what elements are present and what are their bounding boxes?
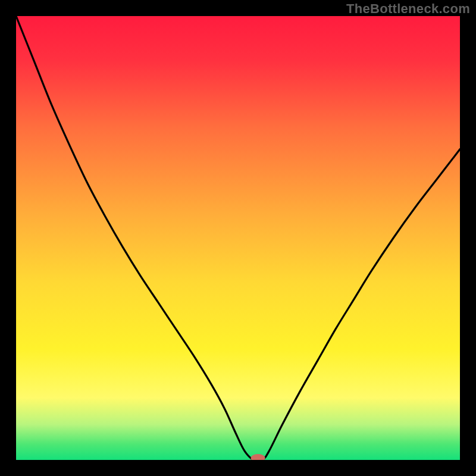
chart-svg: [16, 16, 460, 460]
watermark-text: TheBottleneck.com: [346, 1, 470, 17]
chart-frame: TheBottleneck.com: [0, 0, 476, 476]
plot-area: [16, 16, 460, 460]
